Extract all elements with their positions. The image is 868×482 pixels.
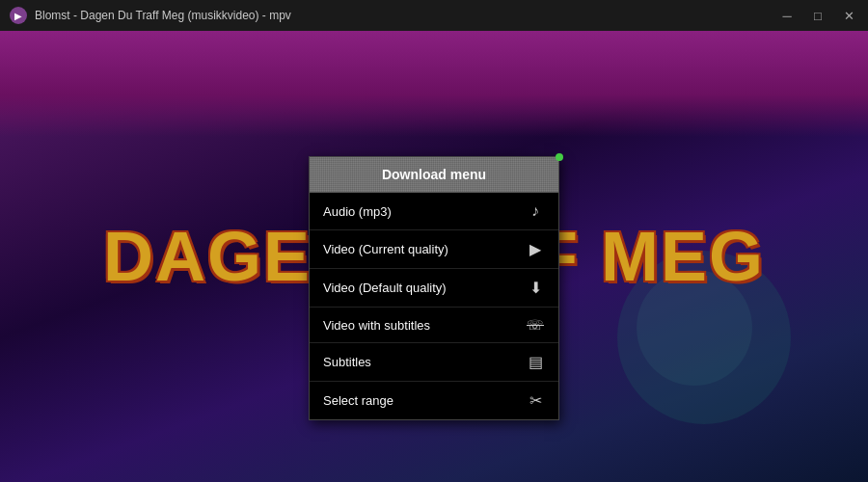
music-icon: ♪ (526, 202, 545, 220)
menu-item-video-subtitles-label: Video with subtitles (323, 318, 430, 333)
menu-item-video-subtitles[interactable]: Video with subtitles ☏ (310, 308, 558, 343)
app-icon: ▶ (10, 7, 27, 24)
play-icon: ▶ (526, 240, 545, 258)
menu-item-select-range-label: Select range (323, 393, 393, 408)
menu-item-subtitles[interactable]: Subtitles ▤ (310, 343, 558, 382)
scissors-icon: ✂ (526, 391, 545, 410)
window-title: Blomst - Dagen Du Traff Meg (musikkvideo… (35, 9, 777, 22)
status-dot (556, 153, 563, 161)
top-color-band (0, 31, 868, 137)
menu-item-audio[interactable]: Audio (mp3) ♪ (310, 193, 558, 230)
no-subtitles-icon: ☏ (526, 317, 545, 333)
menu-item-video-current[interactable]: Video (Current quality) ▶ (310, 230, 558, 269)
menu-item-video-default[interactable]: Video (Default quality) ⬇ (310, 269, 558, 308)
download-menu: Download menu Audio (mp3) ♪ Video (Curre… (309, 156, 559, 420)
video-player: DAGEN FF MEG Download menu Audio (mp3) ♪… (0, 31, 868, 482)
menu-item-video-current-label: Video (Current quality) (323, 242, 448, 256)
titlebar: ▶ Blomst - Dagen Du Traff Meg (musikkvid… (0, 0, 868, 31)
minimize-button[interactable]: ─ (777, 6, 797, 25)
subtitles-icon: ▤ (526, 353, 545, 371)
maximize-button[interactable]: □ (808, 6, 827, 25)
menu-header: Download menu (310, 157, 558, 193)
close-button[interactable]: ✕ (839, 6, 858, 25)
window-controls: ─ □ ✕ (777, 6, 858, 25)
menu-item-subtitles-label: Subtitles (323, 355, 371, 369)
menu-item-video-default-label: Video (Default quality) (323, 281, 447, 295)
menu-item-audio-label: Audio (mp3) (323, 204, 392, 219)
menu-item-select-range[interactable]: Select range ✂ (310, 382, 558, 419)
download-icon: ⬇ (526, 279, 545, 297)
